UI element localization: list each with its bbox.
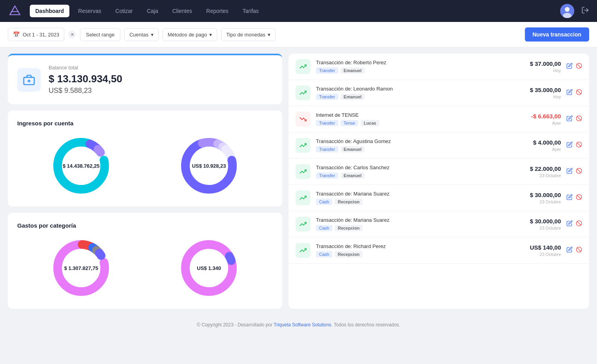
- tx-amount: -$ 6.663,00: [514, 113, 561, 120]
- nav-tarifas[interactable]: Tarifas: [237, 5, 264, 17]
- tx-delete-button[interactable]: [576, 141, 582, 149]
- tx-edit-button[interactable]: [566, 115, 573, 123]
- tx-delete-button[interactable]: [576, 220, 582, 228]
- balance-label: Balance total: [49, 65, 122, 71]
- nav-cotizar[interactable]: Cotizar: [110, 5, 138, 17]
- select-range-button[interactable]: Select range: [80, 28, 120, 41]
- tx-date: Hoy: [514, 94, 561, 99]
- ingresos-card: Ingresos por cuenta $ 14.438.762,25: [8, 110, 282, 206]
- balance-usd: US$ 9.588,23: [49, 87, 122, 95]
- tx-icon: [296, 190, 310, 205]
- tx-info: Transacción de: Mariana Suarez CashRecep…: [316, 191, 508, 205]
- transaction-item: Transacción de: Richard Perez CashRecepc…: [289, 237, 589, 264]
- tx-edit-button[interactable]: [566, 63, 573, 71]
- svg-line-27: [577, 64, 581, 67]
- svg-line-35: [577, 169, 581, 172]
- tx-user-tag: Emanuel: [341, 94, 365, 100]
- nav-reportes[interactable]: Reportes: [201, 5, 234, 17]
- tx-delete-button[interactable]: [576, 168, 582, 176]
- tx-edit-button[interactable]: [566, 168, 573, 176]
- nav-dashboard[interactable]: Dashboard: [30, 5, 69, 17]
- tx-date: Hoy: [514, 68, 561, 73]
- tx-delete-button[interactable]: [576, 89, 582, 97]
- tx-edit-button[interactable]: [566, 246, 573, 254]
- tx-tag: Cash: [316, 199, 332, 205]
- transaction-item: Transacción de: Leonardo Ramon TransferE…: [289, 80, 589, 106]
- tx-icon: [296, 217, 310, 232]
- svg-point-1: [565, 7, 570, 12]
- transaction-item: Transacción de: Mariana Suarez CashRecep…: [289, 185, 589, 211]
- tx-title: Transacción de: Richard Perez: [316, 243, 508, 249]
- monedas-chevron-icon: ▾: [268, 32, 270, 38]
- transaction-item: Internet de TENSE TransferTenseLucas -$ …: [289, 106, 589, 132]
- tx-date: Ayer: [514, 147, 561, 152]
- tx-user-tag: Emanuel: [341, 67, 365, 74]
- tx-icon: [296, 85, 310, 100]
- tx-date: Ayer: [514, 121, 561, 125]
- tx-edit-button[interactable]: [566, 194, 573, 202]
- svg-line-41: [577, 248, 581, 251]
- svg-line-37: [577, 195, 581, 199]
- tx-amount: US$ 140,00: [514, 244, 561, 251]
- transactions-list: Transacción de: Roberto Perez TransferEm…: [289, 54, 589, 264]
- ingresos-ars-donut: $ 14.438.762,25: [50, 134, 113, 197]
- tx-tags: CashRecepcion: [316, 251, 508, 257]
- date-range-button[interactable]: 📅 Oct 1 - 31, 2023: [8, 28, 64, 41]
- tx-info: Transacción de: Mariana Suarez CashRecep…: [316, 217, 508, 231]
- tx-edit-button[interactable]: [566, 89, 573, 97]
- tx-title: Transacción de: Mariana Suarez: [316, 217, 508, 223]
- date-clear-button[interactable]: ✕: [68, 31, 76, 38]
- ingresos-charts: $ 14.438.762,25 US$ 10.928,23: [17, 134, 273, 197]
- toolbar: 📅 Oct 1 - 31, 2023 ✕ Select range Cuenta…: [0, 22, 597, 47]
- tx-amount: $ 4.000,00: [514, 139, 561, 146]
- tx-edit-button[interactable]: [566, 141, 573, 149]
- tx-tags: TransferEmanuel: [316, 146, 508, 152]
- tx-icon: [296, 112, 310, 127]
- tx-delete-button[interactable]: [576, 194, 582, 202]
- cuentas-label: Cuentas: [129, 32, 148, 38]
- footer-text2: . Todos los derechos reservados.: [331, 322, 400, 328]
- gastos-usd-donut: US$ 1.340: [178, 237, 240, 299]
- gastos-ars-label: $ 1.307.827,75: [64, 265, 98, 271]
- logout-icon[interactable]: [581, 6, 589, 16]
- tx-icon: [296, 164, 310, 179]
- tx-amount: $ 30.000,00: [514, 192, 561, 198]
- avatar[interactable]: [560, 4, 574, 18]
- tx-delete-button[interactable]: [576, 63, 582, 71]
- cuentas-dropdown[interactable]: Cuentas ▾: [124, 28, 158, 41]
- nav-clientes[interactable]: Clientes: [167, 5, 198, 17]
- balance-icon: [17, 68, 41, 92]
- tx-tags: TransferEmanuel: [316, 172, 508, 179]
- date-range-label: Oct 1 - 31, 2023: [23, 32, 59, 38]
- nav-reservas[interactable]: Reservas: [73, 5, 107, 17]
- metodos-chevron-icon: ▾: [209, 32, 212, 38]
- tx-edit-button[interactable]: [566, 220, 573, 228]
- nav-caja[interactable]: Caja: [142, 5, 164, 17]
- nueva-transaccion-button[interactable]: Nueva transaccion: [525, 27, 590, 42]
- tx-amount: $ 30.000,00: [514, 218, 561, 225]
- tx-title: Transacción de: Carlos Sanchez: [316, 165, 508, 170]
- transactions-panel: Transacción de: Roberto Perez TransferEm…: [289, 54, 589, 309]
- metodos-dropdown[interactable]: Métodos de pago ▾: [163, 28, 217, 41]
- transaction-item: Transacción de: Carlos Sanchez TransferE…: [289, 159, 589, 185]
- balance-info: Balance total $ 13.130.934,50 US$ 9.588,…: [49, 65, 122, 95]
- footer-link[interactable]: Triqueta Software Solutions: [274, 322, 331, 328]
- svg-line-31: [577, 116, 581, 120]
- monedas-dropdown[interactable]: Tipo de monedas ▾: [221, 28, 276, 41]
- svg-line-33: [577, 143, 581, 146]
- tx-actions: [566, 89, 582, 97]
- tx-icon: [296, 138, 310, 153]
- tx-title: Transacción de: Leonardo Ramon: [316, 86, 508, 92]
- tx-icon: [296, 59, 310, 74]
- tx-tag: Transfer: [316, 94, 338, 100]
- tx-info: Transacción de: Carlos Sanchez TransferE…: [316, 165, 508, 179]
- tx-user-tag: Lucas: [361, 120, 379, 126]
- tx-delete-button[interactable]: [576, 115, 582, 123]
- tx-date: 23 Octubre: [514, 173, 561, 178]
- main-content: Balance total $ 13.130.934,50 US$ 9.588,…: [0, 47, 597, 315]
- monedas-label: Tipo de monedas: [226, 32, 265, 38]
- tx-delete-button[interactable]: [576, 246, 582, 254]
- balance-card: Balance total $ 13.130.934,50 US$ 9.588,…: [8, 54, 282, 104]
- tx-actions: [566, 168, 582, 176]
- tx-amount-wrap: $ 30.000,00 23 Octubre: [514, 218, 561, 230]
